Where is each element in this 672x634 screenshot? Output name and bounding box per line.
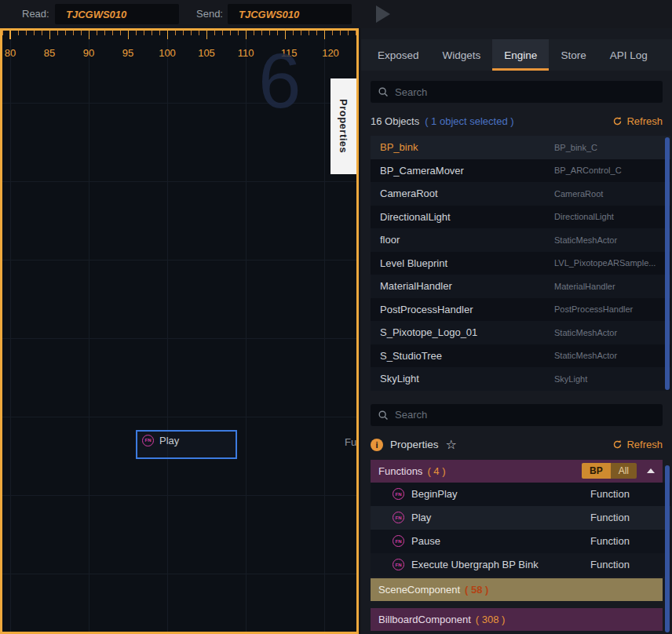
- function-name: Play: [411, 512, 431, 523]
- function-type: Function: [590, 535, 630, 547]
- object-row-s-pixotope-logo[interactable]: S_Pixotope_Logo_01 StaticMeshActor: [371, 321, 670, 344]
- function-icon: FN: [142, 435, 154, 446]
- function-name: Pause: [411, 535, 440, 547]
- section-count: ( 4 ): [427, 465, 445, 477]
- chevron-up-icon[interactable]: [647, 468, 655, 473]
- function-name: BeginPlay: [411, 488, 458, 500]
- properties-search[interactable]: [371, 404, 663, 426]
- function-icon: FN: [393, 488, 404, 500]
- refresh-label: Refresh: [626, 439, 663, 450]
- info-icon[interactable]: i: [371, 439, 383, 451]
- read-channel-input[interactable]: [55, 4, 179, 24]
- function-type: Function: [590, 488, 630, 500]
- object-row-bp-bink[interactable]: BP_bink BP_bink_C: [371, 136, 670, 159]
- object-row-directionallight[interactable]: DirectionalLight DirectionalLight: [371, 206, 670, 229]
- object-name: CameraRoot: [380, 188, 438, 199]
- star-icon[interactable]: ☆: [446, 439, 457, 451]
- search-input[interactable]: [395, 86, 656, 98]
- tab-api-log[interactable]: API Log: [598, 39, 659, 71]
- play-icon[interactable]: [376, 5, 390, 23]
- object-row-s-studiotree[interactable]: S_StudioTree StaticMeshActor: [371, 344, 670, 368]
- refresh-objects-button[interactable]: Refresh: [612, 115, 663, 127]
- function-row-beginplay[interactable]: FN BeginPlay Function: [371, 483, 670, 506]
- object-type: LVL_PixotopeARSample...: [554, 258, 669, 268]
- section-title: Functions: [378, 465, 422, 477]
- object-row-skylight[interactable]: SkyLight SkyLight: [371, 367, 670, 391]
- tab-store[interactable]: Store: [549, 39, 597, 71]
- object-type: BP_ARControl_C: [554, 166, 669, 175]
- properties-scrollbar[interactable]: [665, 465, 670, 632]
- tab-widgets[interactable]: Widgets: [431, 39, 493, 71]
- drag-ghost-label: Play: [159, 435, 179, 446]
- read-label: Read:: [22, 8, 49, 20]
- refresh-icon: [612, 116, 623, 126]
- object-type: MaterialHandler: [554, 282, 669, 291]
- object-name: BP_bink: [380, 141, 418, 153]
- frame-watermark: 6: [258, 37, 301, 126]
- properties-side-tab[interactable]: Properties: [331, 78, 356, 174]
- panel-tab-bar: Exposed Widgets Engine Store API Log: [361, 39, 672, 71]
- send-channel-input[interactable]: [228, 4, 352, 24]
- object-row-level-blueprint[interactable]: Level Blueprint LVL_PixotopeARSample...: [371, 252, 670, 275]
- object-type: StaticMeshActor: [554, 328, 669, 337]
- object-name: floor: [380, 234, 400, 246]
- properties-title: Properties: [390, 439, 439, 450]
- object-row-materialhandler[interactable]: MaterialHandler MaterialHandler: [371, 275, 670, 298]
- object-row-floor[interactable]: floor StaticMeshActor: [371, 228, 670, 252]
- function-type: Function: [590, 559, 630, 570]
- section-header-billboardcomponent[interactable]: BillboardComponent ( 308 ): [371, 608, 663, 631]
- ruler-number: 105: [198, 47, 215, 59]
- object-row-bp-cameramover[interactable]: BP_CameraMover BP_ARControl_C: [371, 159, 670, 183]
- ruler-number: 110: [238, 47, 254, 59]
- objects-header: 16 Objects ( 1 object selected ) Refresh: [371, 114, 663, 128]
- functions-list: FN BeginPlay Function FN Play Function F…: [371, 483, 670, 577]
- object-name: BP_CameraMover: [380, 165, 464, 177]
- properties-header: i Properties ☆ Refresh: [371, 437, 663, 453]
- ruler-number: 80: [5, 47, 16, 59]
- filter-all-button[interactable]: All: [611, 463, 637, 479]
- scene-viewport[interactable]: 80 85 90 95 100 105 110 115 120 6 Proper…: [0, 28, 359, 634]
- object-name: S_Pixotope_Logo_01: [380, 326, 477, 338]
- object-type: SkyLight: [554, 374, 669, 384]
- drag-ghost-type-text: Function: [345, 436, 359, 448]
- ruler-number: 95: [122, 47, 133, 59]
- object-row-cameraroot[interactable]: CameraRoot CameraRoot: [371, 182, 670, 206]
- tab-exposed[interactable]: Exposed: [366, 39, 431, 71]
- ruler-number: 120: [322, 47, 339, 59]
- section-header-scenecomponent[interactable]: SceneComponent ( 58 ): [371, 578, 663, 601]
- tab-engine[interactable]: Engine: [492, 39, 549, 71]
- filter-bp-button[interactable]: BP: [582, 463, 611, 479]
- objects-search[interactable]: [371, 81, 663, 103]
- objects-selected-count: ( 1 object selected ): [425, 115, 513, 127]
- function-name: Execute Ubergraph BP Bink: [411, 559, 539, 570]
- ruler-number: 100: [159, 47, 176, 59]
- object-name: S_StudioTree: [380, 350, 442, 362]
- section-count: ( 308 ): [476, 614, 506, 625]
- section-title: BillboardComponent: [378, 614, 471, 625]
- search-input[interactable]: [395, 409, 656, 421]
- object-type: PostProcessHandler: [554, 304, 669, 314]
- function-icon: FN: [393, 559, 404, 570]
- object-type: BP_bink_C: [554, 143, 669, 152]
- search-icon: [378, 410, 389, 421]
- function-type: Function: [590, 512, 630, 523]
- object-type: CameraRoot: [554, 189, 669, 199]
- objects-count: 16 Objects: [371, 115, 419, 127]
- function-row-execute-ubergraph[interactable]: FN Execute Ubergraph BP Bink Function: [371, 553, 670, 577]
- search-icon: [378, 86, 389, 97]
- object-type: StaticMeshActor: [554, 351, 669, 360]
- object-row-postprocesshandler[interactable]: PostProcessHandler PostProcessHandler: [371, 298, 670, 322]
- object-name: MaterialHandler: [380, 280, 452, 292]
- refresh-properties-button[interactable]: Refresh: [612, 439, 663, 450]
- object-name: SkyLight: [380, 373, 419, 384]
- section-header-functions[interactable]: Functions ( 4 ) BP All: [371, 460, 663, 483]
- object-name: DirectionalLight: [380, 211, 451, 223]
- section-title: SceneComponent: [378, 584, 460, 596]
- function-row-pause[interactable]: FN Pause Function: [371, 530, 670, 553]
- top-bar: Read: Send:: [0, 0, 672, 28]
- object-type: DirectionalLight: [554, 212, 669, 221]
- function-icon: FN: [393, 512, 404, 523]
- objects-scrollbar[interactable]: [665, 137, 670, 390]
- function-row-play[interactable]: FN Play Function: [371, 506, 670, 530]
- section-count: ( 58 ): [465, 584, 488, 596]
